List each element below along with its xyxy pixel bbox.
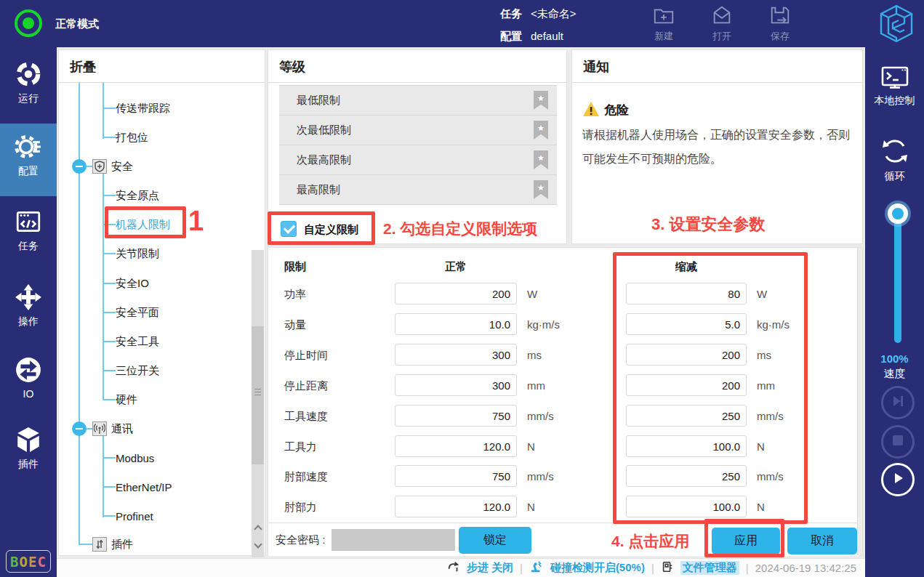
limit-row-label: 工具速度 (284, 410, 328, 424)
local-control-button[interactable]: 本地控制 (865, 65, 924, 108)
step-icon (447, 560, 460, 576)
elbow-speed-normal-input[interactable] (395, 465, 517, 487)
open-button[interactable]: 打开 (699, 4, 745, 43)
cube-icon (0, 426, 57, 453)
tree-item-packing[interactable]: 打包位 (116, 131, 148, 145)
save-button[interactable]: 保存 (757, 4, 803, 43)
danger-text: 请根据机器人使用场合，正确的设置安全参数，否则可能发生不可预期的危险。 (582, 123, 857, 171)
danger-title: 危险 (604, 102, 629, 118)
notice-header-label: 通知 (583, 58, 609, 76)
level-row-label: 次最高限制 (297, 153, 351, 167)
sidebar-item-label: 任务 (18, 240, 39, 251)
tree-scrollbar-thumb[interactable] (252, 326, 264, 464)
annotation-step3: 3. 设置安全参数 (651, 214, 765, 235)
tree-item-safety-io[interactable]: 安全IO (116, 277, 149, 291)
collapse-node-icon[interactable] (72, 159, 87, 174)
sidebar-item-label: 配置 (18, 165, 39, 177)
collision-icon (529, 560, 544, 576)
top-bar: 正常模式 任务<未命名> 配置default 新建 打开 保存 (0, 0, 924, 47)
sliders-icon (92, 537, 107, 552)
status-bar: 步进 关闭 | 碰撞检测开启(50%) | 文件管理器 | 2024-06-19… (57, 558, 865, 577)
unit-label: mm/s (527, 410, 554, 422)
tree-line (103, 108, 116, 109)
task-label: 任务 (500, 7, 522, 20)
bookmark-icon[interactable]: ★ (534, 180, 548, 199)
annotation-step2: 2. 勾选自定义限制选项 (383, 219, 537, 239)
tree-line (103, 253, 116, 254)
stop-distance-normal-input[interactable] (395, 374, 517, 396)
tree-item-safe-home[interactable]: 安全原点 (116, 189, 159, 203)
speed-slider-track[interactable] (894, 212, 901, 343)
sidebar-item-plugin[interactable]: 插件 (0, 426, 57, 471)
warning-icon (582, 101, 600, 120)
tree-item-profinet[interactable]: Profinet (116, 510, 153, 522)
shield-icon (92, 159, 107, 174)
level-row-second-lowest[interactable]: 次最低限制 ★ (279, 116, 557, 145)
tree-item-plugins[interactable]: 插件 (111, 538, 133, 552)
tree-item-communication[interactable]: 通讯 (111, 422, 133, 436)
brand-letter: B (10, 554, 19, 570)
stop-button[interactable] (881, 425, 915, 459)
sidebar-item-operate[interactable]: 操作 (0, 283, 57, 328)
annotation-box-apply (704, 519, 784, 557)
tree-line (103, 436, 104, 517)
level-row-label: 次最低限制 (297, 124, 351, 137)
level-row-highest[interactable]: 最高限制 ★ (279, 175, 557, 205)
config-value: default (531, 30, 563, 42)
sidebar-item-config[interactable]: 配置 (0, 133, 57, 178)
tree-item-safety[interactable]: 安全 (111, 160, 133, 174)
level-row-lowest[interactable]: 最低限制 ★ (279, 86, 557, 116)
tree-item-modbus[interactable]: Modbus (116, 452, 154, 464)
run-icon (0, 60, 57, 88)
bookmark-icon[interactable]: ★ (534, 121, 548, 140)
sidebar-item-io[interactable]: IO (0, 356, 57, 400)
tree-item-safety-plane[interactable]: 安全平面 (116, 306, 159, 320)
file-manager-link[interactable]: 文件管理器 (680, 561, 739, 575)
play-icon (891, 471, 905, 488)
power-normal-input[interactable] (395, 283, 517, 304)
sidebar-item-label: 插件 (18, 458, 39, 469)
tool-force-normal-input[interactable] (395, 435, 517, 457)
tool-speed-normal-input[interactable] (395, 405, 517, 427)
momentum-normal-input[interactable] (395, 313, 517, 335)
safety-password-input[interactable] (332, 529, 455, 551)
move-arrows-icon (0, 283, 57, 311)
tree-item-hardware[interactable]: 硬件 (116, 393, 137, 407)
tree-item-conveyor[interactable]: 传送带跟踪 (116, 102, 170, 116)
sidebar-item-run[interactable]: 运行 (0, 60, 57, 105)
limit-row-label: 动量 (284, 318, 306, 332)
elbow-force-normal-input[interactable] (395, 496, 517, 517)
cancel-button[interactable]: 取消 (787, 528, 857, 554)
annotation-box-step1 (105, 206, 186, 238)
robot-status-indicator (15, 9, 42, 37)
stop-time-normal-input[interactable] (395, 344, 517, 366)
brand-badge: B O E C (6, 550, 51, 573)
level-row-second-highest[interactable]: 次最高限制 ★ (279, 145, 557, 175)
step-status[interactable]: 步进 关闭 (467, 561, 513, 575)
save-icon (757, 4, 803, 27)
lock-button[interactable]: 锁定 (459, 527, 531, 554)
loop-button[interactable]: 循环 (865, 136, 924, 183)
sidebar-item-label: IO (23, 388, 34, 400)
open-button-label: 打开 (712, 31, 731, 41)
collapse-node-icon[interactable] (72, 421, 87, 436)
tree-panel-header: 折叠 (59, 50, 265, 83)
collapse-label[interactable]: 折叠 (70, 58, 96, 76)
tree-item-safety-tool[interactable]: 安全工具 (116, 335, 159, 349)
new-button[interactable]: 新建 (640, 4, 687, 43)
bookmark-icon[interactable]: ★ (534, 150, 548, 169)
limit-row-label: 停止时间 (284, 349, 328, 363)
tree-item-joint-limits[interactable]: 关节限制 (116, 247, 159, 261)
sidebar-item-task[interactable]: 任务 (0, 208, 57, 253)
speed-slider-handle[interactable] (888, 203, 908, 224)
play-button[interactable] (881, 463, 915, 496)
limits-panel-scrollbar[interactable] (857, 248, 862, 555)
tree-line (103, 370, 116, 371)
sidebar-item-label: 运行 (18, 92, 39, 104)
tree-item-three-position-switch[interactable]: 三位开关 (116, 364, 159, 378)
tree-line (79, 83, 80, 545)
bookmark-icon[interactable]: ★ (534, 91, 548, 110)
tree-item-ethernet-ip[interactable]: EtherNet/IP (116, 481, 172, 493)
step-play-button[interactable] (881, 386, 915, 419)
collision-status[interactable]: 碰撞检测开启(50%) (550, 561, 645, 575)
